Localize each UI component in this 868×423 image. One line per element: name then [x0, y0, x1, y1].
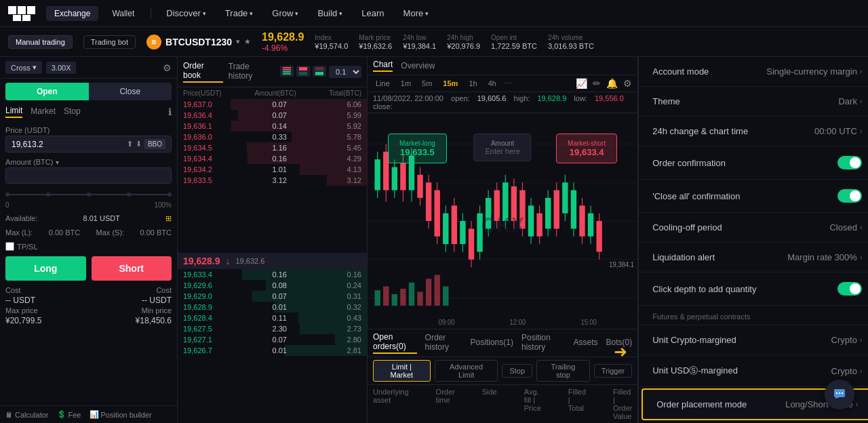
order-confirm-toggle[interactable]	[837, 156, 862, 169]
calculator-tool[interactable]: 🖩 Calculator	[5, 410, 49, 419]
short-button[interactable]: Short	[92, 256, 172, 281]
tpsl-checkbox[interactable]	[5, 242, 14, 251]
wallet-tab[interactable]: Wallet	[104, 6, 142, 21]
price-up-icon[interactable]: ⬆	[127, 140, 133, 148]
chart-area[interactable]: OKX 09:00 12:00 15:00 19,384.1 Market-lo…	[368, 113, 637, 329]
mode-manual[interactable]: Manual trading	[8, 35, 73, 49]
nav-more[interactable]: More▾	[397, 8, 436, 18]
tab-overview[interactable]: Overview	[401, 61, 435, 70]
orderbook-bid-row[interactable]: 19,626.7 0.01 2.81	[178, 345, 367, 356]
filter-advanced-limit[interactable]: Advanced Limit	[435, 360, 498, 382]
close-button[interactable]: Close	[89, 83, 172, 100]
cooling-row[interactable]: Cooling-off period Closed ›	[639, 213, 868, 243]
filter-trigger[interactable]: Trigger	[594, 364, 632, 378]
orderbook-ask-row[interactable]: 19,636.1 0.14 5.92	[178, 121, 367, 132]
orderbook-ask-row[interactable]: 19,636.0 0.33 5.78	[178, 132, 367, 142]
chart-indicator-icon[interactable]: 📈	[576, 78, 587, 89]
chat-button[interactable]	[825, 380, 854, 409]
nav-trade[interactable]: Trade▾	[218, 8, 260, 18]
tab-trade-history[interactable]: Trade history	[229, 62, 275, 82]
ticker-symbol[interactable]: B BTCUSDT1230 ▾ ★	[146, 35, 251, 49]
refresh-icon[interactable]: ⊞	[165, 214, 172, 223]
tab-chart[interactable]: Chart	[373, 60, 393, 72]
market-long-box[interactable]: Market-long 19,633.5	[388, 134, 447, 163]
tab-order-history[interactable]: Order history	[425, 333, 462, 353]
orderbook-bid-row[interactable]: 19,629.0 0.07 0.31	[178, 291, 367, 302]
ob-view-all-icon[interactable]	[280, 66, 294, 77]
chart-draw-icon[interactable]: ✏	[593, 78, 601, 89]
filter-trailing-stop[interactable]: Trailing stop	[536, 360, 590, 382]
orderbook-ask-row[interactable]: 19,634.4 0.16 4.29	[178, 153, 367, 164]
orderbook-bid-row[interactable]: 19,633.4 0.16 0.16	[178, 269, 367, 280]
exchange-tab[interactable]: Exchange	[46, 6, 98, 21]
leverage-button[interactable]: 3.00X	[46, 62, 77, 74]
click-depth-toggle[interactable]	[837, 282, 862, 296]
unit-crypto-row[interactable]: Unit Crypto-margined Crypto ›	[639, 325, 868, 355]
market-amount-box[interactable]: Amount Enter here	[473, 134, 531, 161]
close-all-row[interactable]: 'Close all' confirmation	[639, 180, 868, 213]
market-short-box[interactable]: Market-short 19,633.4	[556, 134, 617, 163]
order-confirm-row[interactable]: Order confirmation	[639, 146, 868, 180]
tab-limit[interactable]: Limit	[5, 106, 22, 118]
nav-discover[interactable]: Discover▾	[159, 8, 213, 18]
ticker-star-icon[interactable]: ★	[244, 37, 251, 46]
position-builder-tool[interactable]: 📊 Position builder	[90, 410, 152, 419]
amount-input[interactable]	[12, 171, 165, 180]
tab-positions[interactable]: Positions(1)	[471, 338, 513, 348]
amount-chevron[interactable]: ▾	[56, 159, 59, 166]
chart-settings-icon[interactable]: ⚙	[623, 78, 632, 89]
logo[interactable]	[8, 6, 35, 21]
tf-more-icon[interactable]: ⋯	[505, 79, 512, 88]
long-button[interactable]: Long	[5, 256, 86, 281]
theme-row[interactable]: Theme Dark ›	[639, 87, 868, 117]
orderbook-bid-row[interactable]: 19,627.5 2.30 2.73	[178, 323, 367, 334]
tab-market[interactable]: Market	[31, 106, 56, 117]
tab-assets[interactable]: Assets	[574, 338, 598, 348]
bbo-button[interactable]: BBO	[144, 139, 165, 149]
orderbook-ask-row[interactable]: 19,636.4 0.07 5.99	[178, 110, 367, 121]
ob-view-bids-icon[interactable]	[313, 66, 326, 77]
tf-5m[interactable]: 5m	[419, 78, 435, 89]
orderbook-bid-row[interactable]: 19,627.1 0.07 2.80	[178, 334, 367, 345]
tf-1h[interactable]: 1h	[466, 78, 479, 89]
orderbook-ask-row[interactable]: 19,634.2 1.01 4.13	[178, 164, 367, 175]
leverage-slider[interactable]: 0 100%	[5, 189, 172, 209]
orderbook-bid-row[interactable]: 19,628.9 0.01 0.32	[178, 302, 367, 313]
click-depth-row[interactable]: Click depth to add quantity	[639, 273, 868, 306]
price-down-icon[interactable]: ⬇	[136, 140, 142, 148]
tab-position-history[interactable]: Position history	[521, 333, 566, 353]
account-mode-row[interactable]: Account mode Single-currency margin ›	[639, 57, 868, 87]
orderbook-ask-row[interactable]: 19,633.5 3.12 3.12	[178, 175, 367, 186]
tab-stop[interactable]: Stop	[64, 106, 81, 117]
amount-input-row[interactable]	[5, 167, 172, 184]
orderbook-ask-row[interactable]: 19,637.0 0.07 6.06	[178, 99, 367, 110]
price-input-row[interactable]: ⬆ ⬇ BBO	[5, 136, 172, 153]
close-all-toggle[interactable]	[837, 189, 862, 203]
nav-build[interactable]: Build▾	[311, 8, 349, 18]
tf-line[interactable]: Line	[373, 78, 393, 89]
tab-order-book[interactable]: Order book	[183, 61, 223, 83]
filter-limit-market[interactable]: Limit | Market	[373, 360, 431, 382]
info-icon[interactable]: ℹ	[168, 106, 172, 117]
nav-learn[interactable]: Learn	[355, 8, 391, 18]
orderbook-bid-row[interactable]: 19,629.6 0.08 0.24	[178, 280, 367, 291]
filter-stop[interactable]: Stop	[502, 364, 532, 378]
nav-grow[interactable]: Grow▾	[265, 8, 305, 18]
orderbook-bid-row[interactable]: 19,628.4 0.11 0.43	[178, 313, 367, 323]
depth-selector[interactable]: 0.10.51	[329, 66, 361, 78]
tf-1m[interactable]: 1m	[398, 78, 414, 89]
orderbook-ask-row[interactable]: 19,634.5 1.16 5.45	[178, 142, 367, 153]
cross-button[interactable]: Cross ▾	[5, 61, 42, 74]
tab-open-orders[interactable]: Open orders(0)	[373, 332, 417, 354]
fee-tool[interactable]: 💲 Fee	[57, 410, 81, 419]
liquidation-row[interactable]: Liquidation alert Margin rate 300% ›	[639, 243, 868, 273]
ob-view-asks-icon[interactable]	[296, 66, 310, 77]
tf-4h[interactable]: 4h	[486, 78, 499, 89]
tf-15m[interactable]: 15m	[440, 78, 460, 89]
price-input[interactable]	[12, 140, 124, 149]
chart-time-row[interactable]: 24h change & chart time 00:00 UTC ›	[639, 117, 868, 146]
chart-alert-icon[interactable]: 🔔	[606, 78, 618, 89]
settings-icon[interactable]: ⚙	[163, 62, 172, 73]
mode-bot[interactable]: Trading bot	[83, 35, 136, 49]
open-button[interactable]: Open	[5, 83, 89, 100]
